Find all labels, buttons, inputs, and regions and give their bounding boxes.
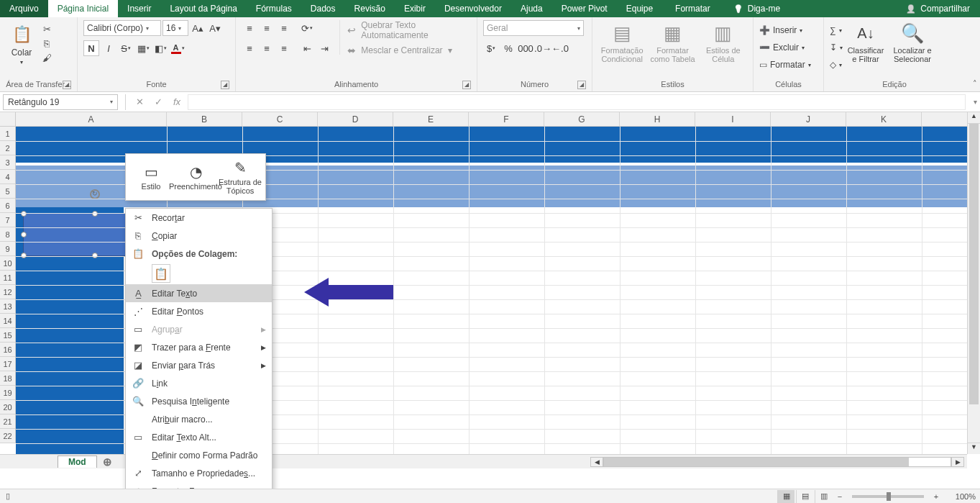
ctx-send-back[interactable]: ◪Enviar para Trás▶ [126, 356, 272, 374]
accounting-format-button[interactable]: $▾ [483, 40, 499, 56]
align-top-button[interactable]: ≡ [242, 20, 257, 36]
zoom-thumb[interactable] [887, 492, 891, 501]
sheet-tab-active[interactable]: Mod [58, 456, 97, 468]
zoom-out-button[interactable]: − [833, 492, 846, 501]
name-box[interactable]: Retângulo 19▾ [3, 94, 118, 110]
column-header-K[interactable]: K [846, 112, 922, 126]
row-header-4[interactable]: 4 [0, 170, 15, 184]
font-size-combo[interactable]: 16▾ [162, 20, 188, 36]
row-header-5[interactable]: 5 [0, 184, 15, 199]
column-header-E[interactable]: E [393, 112, 469, 126]
enter-formula-button[interactable]: ✓ [149, 96, 168, 107]
decrease-font-button[interactable]: A▾ [207, 20, 223, 36]
decrease-indent-button[interactable]: ⇤ [299, 40, 315, 56]
zoom-level-label[interactable]: 100% [944, 492, 976, 501]
formula-input[interactable] [188, 94, 966, 110]
macro-record-icon[interactable]: ▯ [6, 491, 10, 501]
tab-team[interactable]: Equipe [617, 0, 662, 17]
orientation-button[interactable]: ⟳▾ [299, 20, 315, 36]
font-launcher[interactable]: ◢ [221, 81, 229, 89]
tab-insert[interactable]: Inserir [118, 0, 160, 17]
row-header-14[interactable]: 14 [0, 314, 15, 328]
resize-handle-nw[interactable] [21, 211, 27, 217]
font-name-combo[interactable]: Calibri (Corpo)▾ [83, 20, 161, 36]
cancel-formula-button[interactable]: ✕ [130, 96, 149, 107]
decrease-decimal-button[interactable]: ←.0 [552, 40, 568, 56]
rotate-handle[interactable] [90, 189, 100, 199]
ctx-smart-lookup[interactable]: 🔍Pesquisa Inteligente [126, 392, 272, 410]
fill-color-button[interactable]: ◧▾ [152, 40, 168, 56]
ctx-set-default-shape[interactable]: Definir como Forma Padrão [126, 446, 272, 464]
row-header-20[interactable]: 20 [0, 400, 15, 414]
copy-button[interactable]: ⎘ [40, 37, 53, 49]
ctx-size-properties[interactable]: ⤢Tamanho e Propriedades... [126, 464, 272, 482]
hscroll-thumb[interactable] [604, 458, 909, 466]
row-header-17[interactable]: 17 [0, 357, 15, 371]
share-button[interactable]: Compartilhar [896, 0, 980, 17]
tab-powerpivot[interactable]: Power Pivot [552, 0, 617, 17]
tab-page-layout[interactable]: Layout da Página [160, 0, 246, 17]
tell-me-search[interactable]: Diga-me [723, 4, 790, 14]
tab-review[interactable]: Revisão [345, 0, 395, 17]
vscroll-thumb[interactable] [969, 124, 979, 404]
increase-font-button[interactable]: A▴ [190, 20, 206, 36]
alignment-launcher[interactable]: ◢ [462, 81, 471, 89]
ctx-bring-front[interactable]: ◩Trazer para a Frente▶ [126, 338, 272, 356]
ctx-assign-macro[interactable]: Atribuir macro... [126, 410, 272, 428]
new-sheet-button[interactable]: ⊕ [100, 456, 116, 468]
tab-formulas[interactable]: Fórmulas [247, 0, 301, 17]
column-header-D[interactable]: D [318, 112, 393, 126]
row-header-9[interactable]: 9 [0, 242, 15, 256]
underline-button[interactable]: S▾ [118, 40, 134, 56]
ctx-link[interactable]: 🔗Link [126, 374, 272, 392]
mini-fill-button[interactable]: ◔Preenchimento [174, 163, 217, 191]
autosum-button[interactable]: ∑▾ [830, 23, 843, 37]
scroll-left-button[interactable]: ◀ [590, 457, 603, 467]
align-right-button[interactable]: ≡ [276, 40, 292, 56]
bold-button[interactable]: N [83, 40, 99, 56]
delete-cells-button[interactable]: ➖Excluir▾ [759, 40, 811, 55]
row-header-3[interactable]: 3 [0, 155, 15, 170]
row-header-2[interactable]: 2 [0, 141, 15, 155]
conditional-formatting-button[interactable]: ▤Formatação Condicional [598, 20, 646, 63]
row-header-10[interactable]: 10 [0, 256, 15, 271]
expand-formula-bar-button[interactable]: ▾ [974, 98, 977, 106]
resize-handle-n[interactable] [92, 211, 98, 217]
tab-developer[interactable]: Desenvolvedor [435, 0, 511, 17]
column-header-A[interactable]: A [16, 112, 167, 126]
format-as-table-button[interactable]: ▦Formatar como Tabela [649, 20, 696, 63]
collapse-ribbon-button[interactable]: ˄ [973, 79, 977, 89]
row-header-11[interactable]: 11 [0, 271, 15, 285]
row-header-21[interactable]: 21 [0, 414, 15, 429]
ctx-edit-points[interactable]: ⋰Editar Pontos [126, 302, 272, 320]
zoom-slider[interactable] [852, 495, 924, 498]
align-middle-button[interactable]: ≡ [259, 20, 275, 36]
tab-data[interactable]: Dados [301, 0, 345, 17]
vertical-scrollbar[interactable]: ▲ ▼ [967, 112, 980, 454]
tab-view[interactable]: Exibir [395, 0, 435, 17]
view-page-layout-button[interactable]: ▤ [796, 490, 813, 503]
column-header-B[interactable]: B [167, 112, 242, 126]
column-header-I[interactable]: I [695, 112, 771, 126]
clipboard-launcher[interactable]: ◢ [63, 81, 71, 89]
scroll-up-button[interactable]: ▲ [968, 112, 980, 124]
tab-format-contextual[interactable]: Formatar [662, 4, 723, 14]
ctx-copy[interactable]: ⎘Copiar [126, 227, 272, 245]
view-normal-button[interactable]: ▦ [777, 490, 794, 503]
fill-button[interactable]: ↧▾ [830, 40, 843, 55]
cut-button[interactable]: ✂ [40, 23, 53, 35]
column-header-J[interactable]: J [771, 112, 846, 126]
column-header-F[interactable]: F [469, 112, 544, 126]
scroll-down-button[interactable]: ▼ [968, 443, 980, 454]
wrap-text-button[interactable]: ↩ Quebrar Texto Automaticamente [347, 20, 471, 40]
row-header-8[interactable]: 8 [0, 227, 15, 242]
tab-home[interactable]: Página Inicial [48, 0, 118, 17]
sort-filter-button[interactable]: A↓Classificar e Filtrar [846, 20, 886, 63]
insert-cells-button[interactable]: ➕Inserir▾ [759, 23, 811, 37]
comma-format-button[interactable]: 000 [518, 40, 533, 56]
tab-file[interactable]: Arquivo [0, 0, 48, 17]
view-page-break-button[interactable]: ▥ [815, 490, 832, 503]
italic-button[interactable]: I [101, 40, 116, 56]
resize-handle-sw[interactable] [21, 253, 27, 258]
row-header-1[interactable]: 1 [0, 127, 15, 141]
